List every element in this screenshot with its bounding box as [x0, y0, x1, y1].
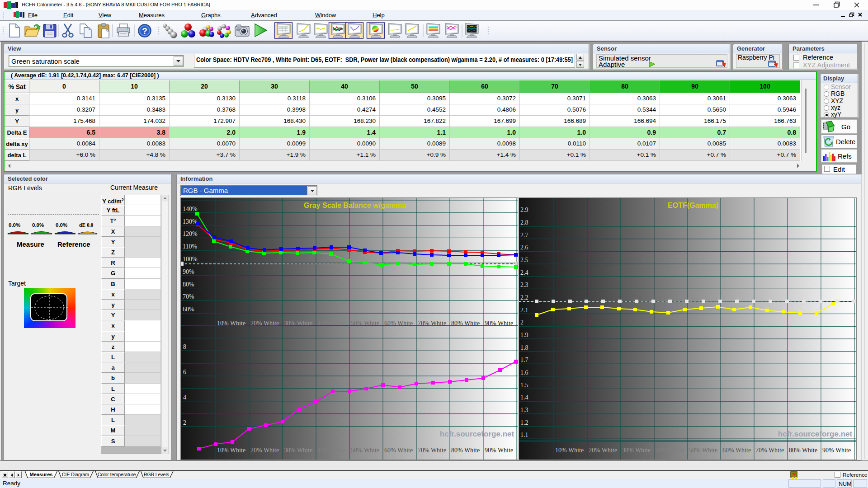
svg-text:120%: 120%	[183, 230, 198, 237]
svg-text:hcfr.sourceforge.net: hcfr.sourceforge.net	[778, 430, 853, 438]
svg-text:EOTF(Gamma): EOTF(Gamma)	[668, 202, 718, 209]
svg-text:40% White: 40% White	[317, 320, 346, 327]
svg-text:1.5: 1.5	[520, 382, 528, 389]
svg-text:30% White: 30% White	[284, 447, 312, 454]
svg-text:50% White: 50% White	[351, 447, 379, 454]
svg-text:20% White: 20% White	[589, 447, 617, 454]
svg-text:hcfr.sourceforge.net: hcfr.sourceforge.net	[440, 430, 514, 438]
svg-text:Color temperature: Color temperature	[98, 472, 136, 477]
svg-text:60% White: 60% White	[384, 447, 413, 454]
svg-text:2.6: 2.6	[520, 244, 528, 251]
svg-text:Gray Scale Balance w/gamma: Gray Scale Balance w/gamma	[304, 202, 406, 209]
svg-text:40% White: 40% White	[656, 447, 684, 454]
svg-text:10% White: 10% White	[555, 447, 584, 454]
svg-text:60%: 60%	[183, 306, 194, 313]
svg-text:70%: 70%	[183, 293, 194, 300]
svg-text:2.8: 2.8	[520, 219, 528, 226]
svg-text:10% White: 10% White	[217, 447, 245, 454]
svg-text:CIE Diagram: CIE Diagram	[62, 472, 89, 477]
svg-text:30% White: 30% White	[622, 447, 651, 454]
svg-text:8: 8	[183, 343, 186, 350]
svg-text:110%: 110%	[183, 243, 197, 250]
svg-text:2: 2	[520, 319, 524, 326]
svg-text:2.5: 2.5	[520, 257, 528, 263]
svg-text:1.3: 1.3	[520, 407, 528, 413]
svg-text:80% White: 80% White	[451, 447, 480, 454]
svg-text:70% White: 70% White	[418, 320, 446, 327]
svg-text:60% White: 60% White	[722, 447, 751, 454]
svg-text:1.1: 1.1	[520, 432, 528, 438]
svg-text:80% White: 80% White	[451, 320, 480, 327]
svg-text:1.6: 1.6	[520, 369, 528, 376]
svg-text:90% White: 90% White	[485, 320, 513, 327]
svg-text:130%: 130%	[183, 218, 198, 225]
svg-text:1.7: 1.7	[520, 357, 528, 363]
svg-text:90%: 90%	[183, 268, 194, 275]
svg-text:90% White: 90% White	[822, 447, 851, 454]
svg-text:100%: 100%	[183, 256, 198, 263]
svg-text:50% White: 50% White	[689, 447, 717, 454]
svg-text:1.8: 1.8	[520, 344, 528, 351]
svg-text:30% White: 30% White	[284, 320, 312, 327]
svg-text:140%: 140%	[183, 206, 198, 212]
svg-text:4: 4	[183, 394, 186, 401]
svg-text:1.2: 1.2	[520, 419, 528, 426]
svg-text:90% White: 90% White	[485, 447, 513, 454]
svg-text:70% White: 70% White	[418, 447, 446, 454]
svg-text:10% White: 10% White	[217, 320, 245, 327]
svg-text:2.4: 2.4	[520, 269, 528, 276]
svg-text:RGB Levels: RGB Levels	[144, 472, 169, 477]
svg-text:20% White: 20% White	[250, 447, 279, 454]
svg-text:40% White: 40% White	[317, 447, 346, 454]
svg-text:2.9: 2.9	[520, 206, 528, 213]
svg-text:80% White: 80% White	[789, 447, 817, 454]
svg-text:70% White: 70% White	[755, 447, 784, 454]
svg-text:2.7: 2.7	[520, 232, 528, 239]
svg-text:50% White: 50% White	[351, 320, 379, 327]
svg-text:1.9: 1.9	[520, 332, 528, 338]
svg-text:20% White: 20% White	[250, 320, 279, 327]
svg-text:2.1: 2.1	[520, 307, 528, 314]
svg-text:2.2: 2.2	[520, 294, 528, 301]
svg-text:?: ?	[142, 26, 147, 36]
svg-text:1.4: 1.4	[520, 394, 528, 401]
svg-text:80%: 80%	[183, 281, 194, 288]
svg-text:2.3: 2.3	[520, 282, 528, 288]
svg-text:2: 2	[183, 419, 186, 426]
svg-text:60% White: 60% White	[384, 320, 413, 327]
svg-text:Measures: Measures	[30, 472, 53, 477]
svg-text:6: 6	[183, 369, 186, 375]
